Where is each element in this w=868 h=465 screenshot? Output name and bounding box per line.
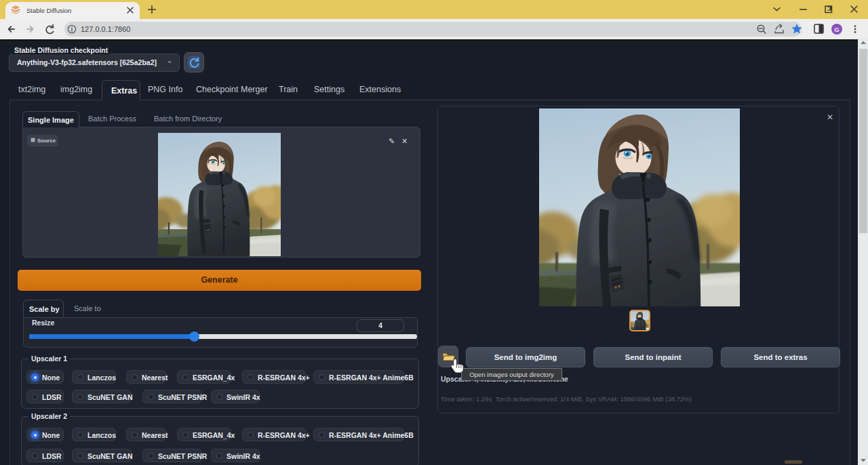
svg-text:G: G	[834, 26, 839, 33]
